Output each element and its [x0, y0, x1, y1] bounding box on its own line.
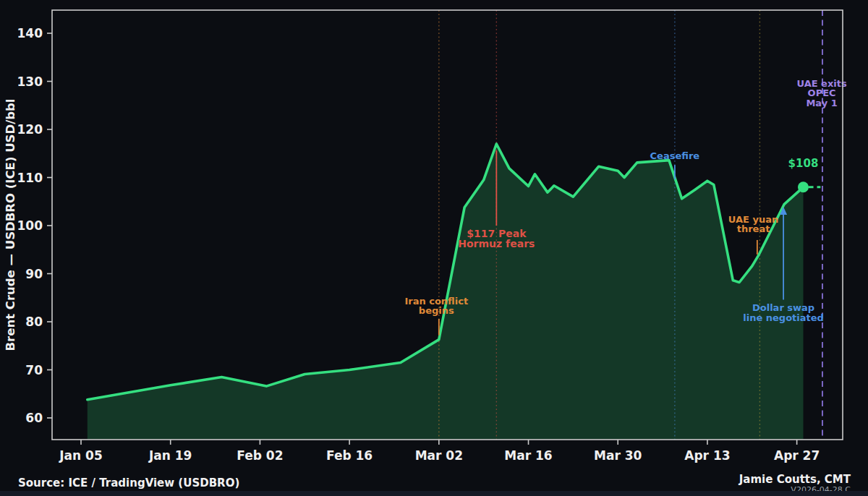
annotation-price-label: $108	[788, 157, 819, 170]
annotation-text-ceasefire: Ceasefire	[650, 150, 700, 161]
x-tick-label: Mar 16	[504, 448, 552, 463]
y-tick-label: 120	[17, 122, 43, 137]
annotation-text-uae-yuan-threat: threat	[737, 223, 770, 234]
x-tick-label: Mar 02	[415, 448, 463, 463]
y-tick-label: 130	[17, 74, 43, 89]
annotation-text-price-label: $108	[788, 157, 819, 170]
annotation-text-iran-conflict: begins	[419, 305, 454, 316]
x-tick-label: Feb 16	[326, 448, 373, 463]
x-tick-label: Apr 27	[774, 448, 820, 463]
y-tick-label: 140	[17, 26, 43, 40]
y-tick-label: 100	[17, 218, 43, 233]
x-axis: Jan 05Jan 19Feb 02Feb 16Mar 02Mar 16Mar …	[59, 440, 820, 463]
x-tick-label: Apr 13	[684, 448, 730, 463]
annotation-text-peak-hormuz: Hormuz fears	[458, 238, 535, 249]
author-caption: Jamie Coutts, CMT	[739, 474, 851, 485]
x-tick-label: Jan 19	[148, 448, 192, 463]
last-price-dot	[798, 181, 809, 192]
y-tick-label: 80	[25, 315, 43, 329]
x-tick-label: Jan 05	[59, 448, 102, 463]
annotation-uae-exits-opec: UAE exitsOPECMay 1	[796, 78, 846, 108]
x-tick-label: Mar 30	[594, 448, 642, 463]
bottom-accent-bar	[0, 491, 868, 496]
y-tick-label: 60	[25, 411, 43, 425]
chart-window: Iran conflictbegins$117 PeakHormuz fears…	[0, 0, 868, 496]
price-chart: Iran conflictbegins$117 PeakHormuz fears…	[0, 0, 868, 496]
y-tick-label: 70	[25, 363, 43, 377]
y-axis: 60708090100110120130140	[17, 26, 53, 425]
y-tick-label: 110	[17, 171, 43, 185]
annotation-text-uae-exits-opec: May 1	[806, 98, 837, 108]
annotation-text-dollar-swap: line negotiated	[743, 312, 824, 323]
source-caption: Source: ICE / TradingView (USDBRO)	[18, 476, 239, 489]
x-tick-label: Feb 02	[237, 448, 283, 463]
y-tick-label: 90	[25, 267, 43, 281]
y-axis-title: Brent Crude — USDBRO (ICE) USD/bbl	[4, 99, 17, 351]
